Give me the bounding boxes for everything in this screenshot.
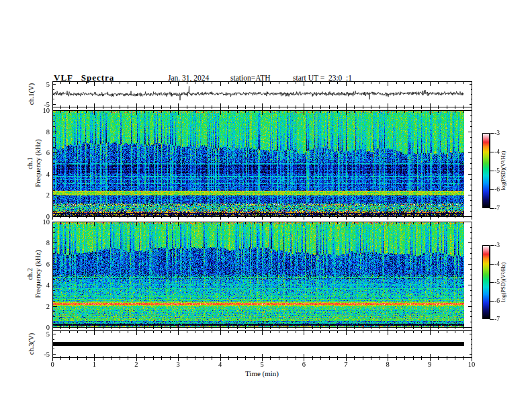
ch1-frequency-axis-label-line2: Frequency (kHz) [34,139,42,187]
colorbar-2-tick-label: -4 [494,261,500,267]
ch1-freq-tick-label: 2 [46,191,50,199]
x-tick-label: 1 [93,361,96,368]
x-tick-label: 4 [218,361,222,368]
ch2-freq-tick-label: 10 [43,218,50,226]
colorbar-2-tick-label: -3 [494,242,500,248]
colorbar-1-tick-label: -6 [494,186,500,193]
x-tick-label: 7 [344,361,347,368]
ch3-voltage-axis-label: ch.3(V) [28,333,35,355]
colorbar-2-tick-label: -7 [494,316,500,322]
ch1-freq-tick-label: 8 [46,128,50,135]
ch2-freq-tick-label: 2 [46,302,50,310]
ch1-volt-tick-label: -5 [44,100,50,107]
colorbar-1-tick-label: -3 [494,130,500,136]
x-tick-label: 8 [386,361,390,368]
colorbar-1-tick-label: -7 [494,205,500,212]
ch1-voltage-trace-canvas [52,81,472,107]
colorbar-1-tick-label: -5 [494,167,500,174]
x-tick-label: 0 [50,361,54,368]
colorbar-2-label: log(PSD)(V²/Hz) [500,263,506,302]
x-tick-label: 2 [134,361,138,368]
x-tick-label: 5 [260,361,263,368]
x-tick-label: 3 [177,361,180,368]
x-tick-label: 9 [428,361,431,368]
ch1-volt-tick-label: 5 [46,81,50,88]
colorbar-1-label: log(PSD)(V²/Hz) [500,151,506,191]
ch1-spectrogram-canvas [52,110,472,216]
ch2-frequency-axis-label: ch.2 Frequency (kHz) [26,250,42,298]
ch3-volt-tick-label: -5 [44,350,50,357]
ch1-freq-tick-label: 6 [46,149,50,156]
colorbar-1-tick-label: -4 [494,148,500,155]
colorbar-2-tick-label: -6 [494,298,500,304]
ch1-freq-tick-label: 4 [46,170,50,177]
x-axis-label: Time (min) [245,369,279,377]
ch1-frequency-axis-label-line1: ch.1 [26,139,34,187]
ch1-frequency-axis-label: ch.1 Frequency (kHz) [26,139,42,187]
colorbar-2 [482,245,490,319]
ch2-freq-tick-label: 8 [46,239,50,246]
vlf-spectra-figure: VLF Spectra Jan. 31, 2024 station=ATH st… [0,0,532,411]
ch3-volt-tick-label: 5 [46,330,50,338]
ch2-frequency-axis-label-line1: ch.2 [26,250,34,298]
ch2-freq-tick-label: 4 [46,281,50,289]
colorbar-1 [482,133,490,208]
ch2-spectrogram-canvas [52,222,472,327]
x-tick-label: 10 [468,361,476,368]
ch3-voltage-trace-canvas [52,330,472,357]
colorbar-2-tick-label: -5 [494,279,500,285]
ch2-freq-tick-label: 6 [46,260,50,267]
ch1-voltage-axis-label: ch.1(V) [28,83,35,105]
x-tick-label: 6 [302,361,306,368]
ch2-frequency-axis-label-line2: Frequency (kHz) [34,250,42,298]
